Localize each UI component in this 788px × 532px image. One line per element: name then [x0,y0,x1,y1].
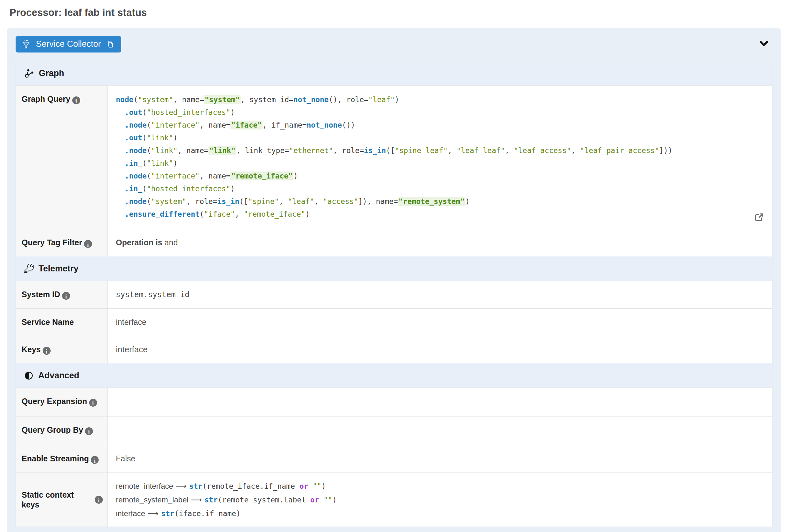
system-id-value: system.system_id [107,281,772,308]
query-group-by-row: Query Group By [16,416,772,445]
code-token: .node [125,197,147,205]
code-token: "" [313,482,321,490]
static-context-expression: str(iface.if_name) [161,509,240,518]
code-token: , [448,146,457,155]
system-id-text: system.system_id [116,290,189,299]
code-token: ([ [239,197,248,205]
code-line: .node("interface", name="iface", if_name… [116,119,764,132]
code-token: .out [125,108,142,116]
code-token: str [205,496,218,504]
service-name-value: interface [107,309,772,336]
code-token: ( [147,121,151,129]
code-token: is_in [364,146,386,155]
code-token: ()) [342,121,355,129]
info-icon[interactable] [95,496,103,504]
query-tag-filter-label: Query Tag Filter [22,238,82,247]
code-token: "leaf" [288,197,314,205]
code-token: , role= [186,197,217,205]
service-collector-panel: Service Collector [7,28,781,532]
code-token: ( [147,197,151,205]
info-icon[interactable] [85,427,93,435]
code-token: "ethernet" [289,146,333,155]
code-token: ) [173,134,178,142]
code-token: .in_ [125,184,142,193]
code-token: "remote_system" [398,197,465,206]
code-token: ( [142,134,147,142]
code-token: ) [395,96,399,104]
service-collector-label: Service Collector [36,39,101,49]
arrow-right-icon: ⟶ [191,495,202,504]
arrow-right-icon: ⟶ [176,482,186,490]
info-icon[interactable] [84,240,92,248]
info-icon[interactable] [91,456,99,464]
copy-icon[interactable] [106,40,115,49]
code-token [116,146,125,155]
code-token: , name= [200,121,231,129]
section-header-advanced: Advanced [16,363,772,388]
code-token: ( [133,96,138,104]
enable-streaming-value: False [107,445,772,473]
code-token: "link" [147,134,173,142]
external-link-icon [753,212,765,225]
query-tag-filter-value: Operation is and [107,229,772,256]
enable-streaming-label-cell: Enable Streaming [16,445,107,473]
graph-query-row: Graph Query node("system", name="system"… [16,85,772,229]
code-line: .in_("hosted_interfaces") [116,182,764,195]
service-name-label-cell: Service Name [16,309,107,336]
static-context-line: remote_interface⟶str(remote_iface.if_nam… [116,479,764,493]
keys-value: interface [107,336,772,363]
code-token [116,159,125,168]
tag-filter-operator: and [162,238,178,247]
section-title-graph: Graph [39,68,64,78]
code-token: , system_id= [241,96,293,104]
code-token: "hosted_interfaces" [147,108,231,116]
collector-details-card: Graph Graph Query node("system", name="s… [16,61,772,527]
code-line: node("system", name="system", system_id=… [116,93,764,106]
enable-streaming-row: Enable Streaming False [16,445,772,473]
code-line: .node("system", role=is_in(["spine", "le… [116,195,764,208]
code-token: ) [465,197,470,205]
code-token [116,184,125,193]
info-icon[interactable] [62,292,70,300]
code-token: "system" [138,96,173,104]
system-id-label: System ID [22,290,60,299]
half-circle-icon [24,371,34,380]
query-expansion-label: Query Expansion [22,397,87,406]
query-tag-filter-label-cell: Query Tag Filter [16,229,107,256]
collapse-panel-button[interactable] [756,37,771,52]
info-icon[interactable] [89,399,97,407]
static-context-line: remote_system_label⟶str(remote_system.la… [116,493,764,507]
code-token: , name= [178,146,209,155]
static-context-key: remote_interface [116,482,173,490]
code-token: ( [147,146,151,155]
code-token [319,496,324,504]
code-token: .out [125,134,142,142]
service-collector-button[interactable]: Service Collector [16,36,121,53]
keys-label-cell: Keys [16,336,107,363]
section-header-graph: Graph [16,61,772,85]
code-token: "leaf_leaf" [456,146,505,155]
code-token: (iface.if_name) [174,509,241,518]
enable-streaming-label: Enable Streaming [22,454,89,463]
code-token: , [235,210,244,218]
code-token: "spine_leaf" [395,146,448,155]
code-token: ([ [386,146,395,155]
info-icon[interactable] [43,347,51,355]
code-token: "remote_iface" [244,210,306,218]
code-token: ])) [659,146,672,155]
code-token: ( [200,210,204,218]
graph-query-label-cell: Graph Query [16,85,107,229]
expand-query-button[interactable] [753,212,765,224]
info-icon[interactable] [72,96,80,104]
code-token: node [116,96,133,104]
code-token: ) [332,496,337,504]
code-token: , name= [173,96,204,104]
code-token [116,121,125,129]
service-name-label: Service Name [22,318,74,327]
query-tag-filter-row: Query Tag Filter Operation is and [16,229,772,256]
code-token [116,197,125,205]
code-token: , if_name= [262,121,307,129]
code-token: , [314,197,323,205]
code-token: "interface" [151,121,200,129]
code-token: "leaf_access" [514,146,571,155]
